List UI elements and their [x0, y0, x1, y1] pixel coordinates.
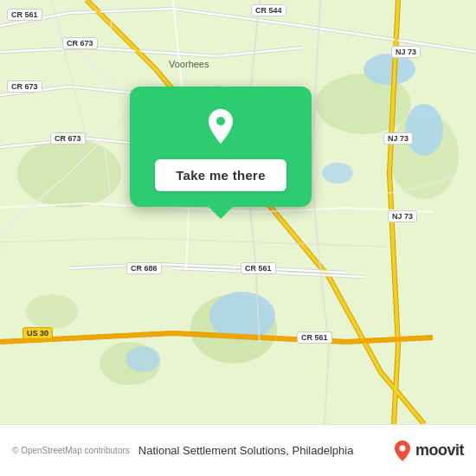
- road-badge-cr673-top: CR 673: [62, 37, 98, 49]
- road-badge-cr561-bot: CR 561: [297, 331, 332, 344]
- map-container: Voorhees CR 561 CR 544 CR 673 CR 673 CR …: [0, 0, 476, 424]
- osm-attribution: © OpenStreetMap contributors: [12, 446, 130, 455]
- svg-point-13: [216, 117, 225, 125]
- road-badge-nj73-bot: NJ 73: [388, 210, 417, 222]
- road-badge-us30: US 30: [23, 327, 53, 339]
- location-popup: Take me there: [130, 87, 312, 207]
- svg-point-6: [26, 294, 78, 329]
- moovit-pin-icon: [393, 440, 412, 462]
- bottom-bar: © OpenStreetMap contributors National Se…: [0, 424, 476, 476]
- road-badge-cr673-bot: CR 673: [50, 132, 86, 145]
- location-pin-icon: [200, 106, 241, 147]
- svg-point-10: [209, 292, 275, 340]
- road-badge-nj73-top: NJ 73: [391, 46, 421, 58]
- svg-text:Voorhees: Voorhees: [169, 59, 209, 69]
- svg-point-9: [322, 163, 353, 183]
- road-badge-nj73-mid: NJ 73: [383, 132, 413, 145]
- road-badge-cr673-mid: CR 673: [7, 80, 42, 93]
- road-badge-cr561-top: CR 561: [7, 9, 42, 21]
- svg-point-7: [363, 54, 415, 85]
- take-me-there-button[interactable]: Take me there: [155, 159, 286, 191]
- moovit-logo: moovit: [393, 440, 464, 462]
- road-badge-cr686: CR 686: [126, 262, 162, 274]
- road-badge-cr561-mid: CR 561: [241, 262, 276, 274]
- moovit-wordmark: moovit: [415, 441, 464, 460]
- road-badge-cr544: CR 544: [251, 4, 286, 16]
- svg-point-11: [125, 346, 160, 372]
- place-name: National Settlement Solutions, Philadelp…: [138, 444, 393, 457]
- svg-point-14: [399, 445, 405, 451]
- svg-point-8: [405, 104, 443, 156]
